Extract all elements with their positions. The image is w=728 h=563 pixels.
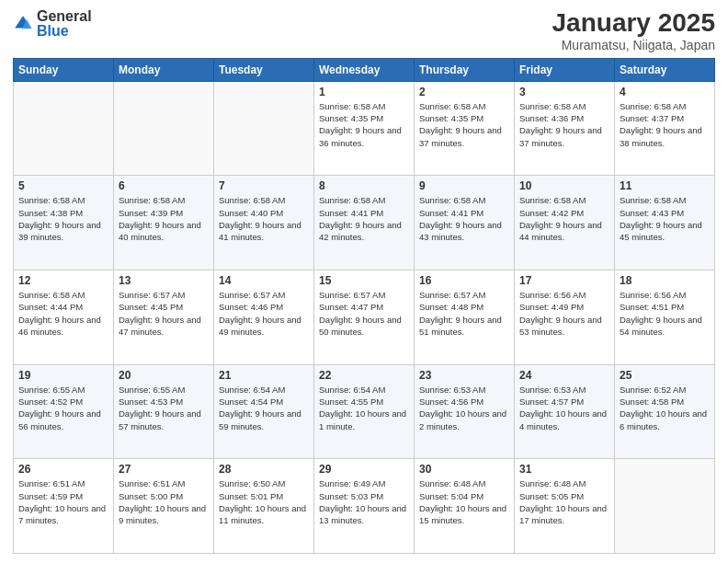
day-number: 18 — [620, 274, 710, 287]
day-number: 16 — [419, 274, 509, 287]
day-number: 6 — [119, 179, 209, 192]
calendar-cell: 12Sunrise: 6:58 AMSunset: 4:44 PMDayligh… — [14, 270, 114, 365]
calendar-cell: 7Sunrise: 6:58 AMSunset: 4:40 PMDaylight… — [214, 176, 314, 270]
calendar-week-0: 1Sunrise: 6:58 AMSunset: 4:35 PMDaylight… — [14, 81, 715, 176]
day-number: 24 — [519, 369, 609, 382]
calendar-subtitle: Muramatsu, Niigata, Japan — [552, 38, 715, 52]
logo-icon — [13, 14, 33, 34]
calendar-cell: 20Sunrise: 6:55 AMSunset: 4:53 PMDayligh… — [114, 364, 214, 459]
calendar-cell: 9Sunrise: 6:58 AMSunset: 4:41 PMDaylight… — [415, 176, 515, 270]
page: General Blue January 2025 Muramatsu, Nii… — [0, 0, 728, 563]
day-number: 2 — [419, 86, 509, 98]
calendar-cell: 27Sunrise: 6:51 AMSunset: 5:00 PMDayligh… — [114, 459, 214, 554]
calendar-header-row: SundayMondayTuesdayWednesdayThursdayFrid… — [14, 58, 715, 81]
calendar-cell: 1Sunrise: 6:58 AMSunset: 4:35 PMDaylight… — [314, 81, 415, 176]
day-detail: Sunrise: 6:58 AMSunset: 4:42 PMDaylight:… — [519, 194, 609, 243]
day-detail: Sunrise: 6:58 AMSunset: 4:44 PMDaylight:… — [18, 289, 108, 338]
day-detail: Sunrise: 6:58 AMSunset: 4:41 PMDaylight:… — [319, 194, 409, 243]
day-detail: Sunrise: 6:48 AMSunset: 5:04 PMDaylight:… — [419, 477, 509, 526]
day-header-wednesday: Wednesday — [314, 58, 415, 81]
day-detail: Sunrise: 6:58 AMSunset: 4:38 PMDaylight:… — [18, 194, 108, 243]
title-block: January 2025 Muramatsu, Niigata, Japan — [552, 9, 715, 52]
calendar-cell: 22Sunrise: 6:54 AMSunset: 4:55 PMDayligh… — [314, 364, 415, 459]
day-detail: Sunrise: 6:52 AMSunset: 4:58 PMDaylight:… — [620, 384, 710, 432]
day-number: 17 — [519, 274, 609, 287]
day-number: 13 — [119, 274, 209, 287]
day-detail: Sunrise: 6:58 AMSunset: 4:40 PMDaylight:… — [219, 194, 309, 243]
calendar-cell: 14Sunrise: 6:57 AMSunset: 4:46 PMDayligh… — [214, 270, 314, 365]
header: General Blue January 2025 Muramatsu, Nii… — [13, 9, 715, 52]
day-number: 10 — [519, 179, 609, 192]
calendar-cell — [114, 81, 214, 176]
day-header-monday: Monday — [114, 58, 214, 81]
calendar-cell: 21Sunrise: 6:54 AMSunset: 4:54 PMDayligh… — [214, 364, 314, 459]
day-detail: Sunrise: 6:58 AMSunset: 4:39 PMDaylight:… — [119, 194, 209, 243]
day-detail: Sunrise: 6:56 AMSunset: 4:51 PMDaylight:… — [620, 289, 710, 338]
day-detail: Sunrise: 6:49 AMSunset: 5:03 PMDaylight:… — [319, 477, 409, 526]
calendar-cell: 8Sunrise: 6:58 AMSunset: 4:41 PMDaylight… — [314, 176, 415, 270]
calendar-cell: 2Sunrise: 6:58 AMSunset: 4:35 PMDaylight… — [415, 81, 515, 176]
day-header-friday: Friday — [515, 58, 615, 81]
day-detail: Sunrise: 6:57 AMSunset: 4:47 PMDaylight:… — [319, 289, 409, 338]
day-header-tuesday: Tuesday — [214, 58, 314, 81]
day-number: 3 — [519, 86, 609, 98]
day-number: 5 — [18, 179, 108, 192]
logo-blue: Blue — [37, 24, 92, 39]
calendar-cell: 18Sunrise: 6:56 AMSunset: 4:51 PMDayligh… — [615, 270, 715, 365]
calendar-cell: 25Sunrise: 6:52 AMSunset: 4:58 PMDayligh… — [615, 364, 715, 459]
calendar-week-4: 26Sunrise: 6:51 AMSunset: 4:59 PMDayligh… — [14, 459, 715, 554]
calendar-cell: 3Sunrise: 6:58 AMSunset: 4:36 PMDaylight… — [515, 81, 615, 176]
calendar-cell — [14, 81, 114, 176]
day-number: 19 — [18, 369, 108, 382]
calendar-week-1: 5Sunrise: 6:58 AMSunset: 4:38 PMDaylight… — [14, 176, 715, 270]
day-number: 9 — [419, 179, 509, 192]
day-number: 15 — [319, 274, 409, 287]
day-detail: Sunrise: 6:53 AMSunset: 4:56 PMDaylight:… — [419, 384, 509, 432]
calendar-cell: 17Sunrise: 6:56 AMSunset: 4:49 PMDayligh… — [515, 270, 615, 365]
calendar-cell: 13Sunrise: 6:57 AMSunset: 4:45 PMDayligh… — [114, 270, 214, 365]
day-number: 8 — [319, 179, 409, 192]
calendar-cell — [214, 81, 314, 176]
day-detail: Sunrise: 6:57 AMSunset: 4:45 PMDaylight:… — [119, 289, 209, 338]
day-number: 12 — [18, 274, 108, 287]
logo-general: General — [37, 9, 92, 24]
day-header-sunday: Sunday — [14, 58, 114, 81]
day-detail: Sunrise: 6:56 AMSunset: 4:49 PMDaylight:… — [519, 289, 609, 338]
calendar-cell: 19Sunrise: 6:55 AMSunset: 4:52 PMDayligh… — [14, 364, 114, 459]
day-detail: Sunrise: 6:58 AMSunset: 4:35 PMDaylight:… — [319, 100, 409, 149]
calendar-week-2: 12Sunrise: 6:58 AMSunset: 4:44 PMDayligh… — [14, 270, 715, 365]
day-detail: Sunrise: 6:51 AMSunset: 4:59 PMDaylight:… — [18, 477, 108, 526]
calendar-cell: 4Sunrise: 6:58 AMSunset: 4:37 PMDaylight… — [615, 81, 715, 176]
calendar-cell: 5Sunrise: 6:58 AMSunset: 4:38 PMDaylight… — [14, 176, 114, 270]
day-detail: Sunrise: 6:48 AMSunset: 5:05 PMDaylight:… — [519, 477, 609, 526]
day-number: 29 — [319, 463, 409, 476]
day-number: 20 — [119, 369, 209, 382]
day-number: 23 — [419, 369, 509, 382]
day-header-saturday: Saturday — [615, 58, 715, 81]
calendar-cell: 26Sunrise: 6:51 AMSunset: 4:59 PMDayligh… — [14, 459, 114, 554]
day-detail: Sunrise: 6:54 AMSunset: 4:54 PMDaylight:… — [219, 384, 309, 432]
day-number: 26 — [18, 463, 108, 476]
day-detail: Sunrise: 6:50 AMSunset: 5:01 PMDaylight:… — [219, 477, 309, 526]
day-detail: Sunrise: 6:58 AMSunset: 4:37 PMDaylight:… — [620, 100, 710, 149]
calendar-cell: 6Sunrise: 6:58 AMSunset: 4:39 PMDaylight… — [114, 176, 214, 270]
day-number: 21 — [219, 369, 309, 382]
day-number: 28 — [219, 463, 309, 476]
day-detail: Sunrise: 6:54 AMSunset: 4:55 PMDaylight:… — [319, 384, 409, 432]
calendar-cell: 24Sunrise: 6:53 AMSunset: 4:57 PMDayligh… — [515, 364, 615, 459]
day-number: 31 — [519, 463, 609, 476]
calendar-cell: 16Sunrise: 6:57 AMSunset: 4:48 PMDayligh… — [415, 270, 515, 365]
day-number: 22 — [319, 369, 409, 382]
day-number: 14 — [219, 274, 309, 287]
day-detail: Sunrise: 6:53 AMSunset: 4:57 PMDaylight:… — [519, 384, 609, 432]
calendar-cell: 15Sunrise: 6:57 AMSunset: 4:47 PMDayligh… — [314, 270, 415, 365]
calendar-cell: 30Sunrise: 6:48 AMSunset: 5:04 PMDayligh… — [415, 459, 515, 554]
day-detail: Sunrise: 6:58 AMSunset: 4:35 PMDaylight:… — [419, 100, 509, 149]
calendar-cell: 23Sunrise: 6:53 AMSunset: 4:56 PMDayligh… — [415, 364, 515, 459]
calendar-title: January 2025 — [552, 9, 715, 38]
day-number: 25 — [620, 369, 710, 382]
calendar-cell: 28Sunrise: 6:50 AMSunset: 5:01 PMDayligh… — [214, 459, 314, 554]
day-number: 4 — [620, 86, 710, 98]
day-number: 7 — [219, 179, 309, 192]
calendar-cell: 11Sunrise: 6:58 AMSunset: 4:43 PMDayligh… — [615, 176, 715, 270]
